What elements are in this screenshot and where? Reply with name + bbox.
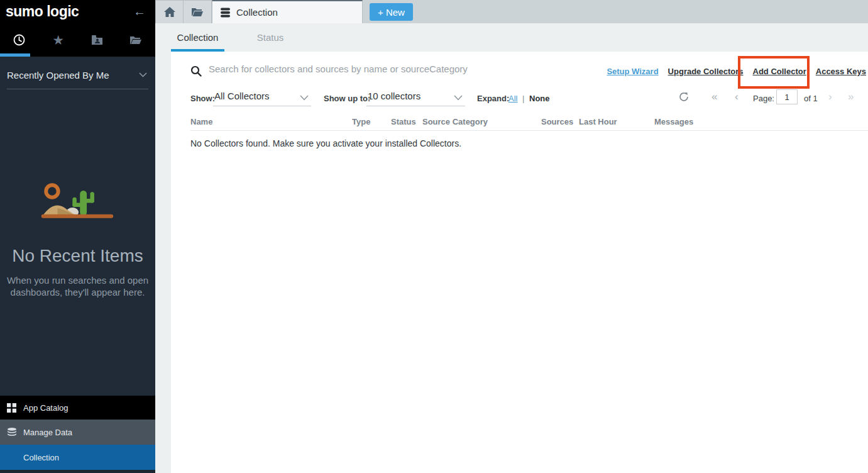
show-up-to-label: Show up to: [324, 94, 370, 103]
sidebar-item-label: Collection [23, 453, 59, 462]
collector-action-links: Setup Wizard Upgrade Collectors Add Coll… [607, 67, 866, 76]
sidebar-nav-next-item [0, 470, 155, 473]
show-up-to-dropdown-value: 10 collectors [366, 91, 420, 101]
add-collector-link[interactable]: Add Collector [753, 67, 806, 76]
clock-icon [13, 34, 25, 46]
add-collector-wrap: Add Collector [753, 67, 806, 76]
column-header-status[interactable]: Status [391, 117, 416, 126]
access-keys-link[interactable]: Access Keys [816, 67, 866, 76]
search-input[interactable] [209, 64, 561, 74]
sidebar-item-app-catalog[interactable]: App Catalog [0, 396, 155, 420]
column-header-messages[interactable]: Messages [654, 117, 693, 126]
collection-panel: Setup Wizard Upgrade Collectors Add Coll… [171, 52, 868, 473]
table-header-row: Name Type Status Source Category Sources… [190, 114, 868, 131]
column-header-name[interactable]: Name [190, 117, 212, 126]
tab-title: Collection [236, 7, 278, 18]
show-dropdown-value: All Collectors [213, 91, 270, 101]
library-tab-button[interactable] [184, 0, 212, 23]
top-tab-bar: Collection + New [155, 0, 868, 23]
column-header-type[interactable]: Type [352, 117, 370, 126]
sumo-logic-logo: sumo logic [6, 3, 79, 20]
sidebar-header: sumo logic ← [0, 0, 155, 23]
expand-none-link[interactable]: None [529, 94, 550, 103]
page-label: Page: [753, 94, 774, 103]
sidebar-item-label: Manage Data [23, 428, 72, 437]
expand-all-link[interactable]: All [508, 94, 517, 103]
collection-window-tab[interactable]: Collection [212, 0, 363, 23]
sidebar: sumo logic ← ★ [0, 0, 155, 473]
column-header-source-category[interactable]: Source Category [422, 117, 488, 126]
refresh-icon[interactable] [679, 92, 689, 102]
sub-tab-bar: Collection Status [155, 23, 868, 52]
last-page-icon[interactable]: » [848, 91, 854, 102]
chevron-down-icon [139, 72, 147, 77]
app-catalog-grid-icon [7, 403, 16, 413]
expand-label: Expand: [477, 94, 509, 103]
library-tab[interactable] [116, 23, 155, 57]
setup-wizard-link[interactable]: Setup Wizard [607, 67, 658, 76]
no-recent-items-text: When you run searches and open dashboard… [0, 274, 155, 298]
home-tab-button[interactable] [155, 0, 184, 23]
page-count-label: of 1 [804, 94, 818, 103]
favorites-tab[interactable]: ★ [39, 23, 78, 57]
first-page-icon[interactable]: « [711, 91, 717, 102]
new-button[interactable]: + New [370, 3, 413, 21]
shared-content-tab[interactable] [78, 23, 117, 57]
desert-illustration [0, 182, 155, 225]
upgrade-collectors-link[interactable]: Upgrade Collectors [668, 67, 744, 76]
recent-filter-label: Recently Opened By Me [7, 70, 109, 81]
empty-table-message: No Collectors found. Make sure you activ… [190, 138, 461, 148]
sidebar-item-manage-data[interactable]: Manage Data [0, 420, 155, 445]
sidebar-item-collection[interactable]: Collection [0, 445, 155, 470]
search-icon [190, 65, 202, 77]
chevron-down-icon [454, 95, 463, 101]
folder-open-icon [191, 8, 204, 17]
page-number-input[interactable] [776, 89, 798, 104]
prev-page-icon[interactable]: ‹ [735, 91, 739, 102]
main-area: Collection + New Collection Status Setup… [155, 0, 868, 473]
filter-toolbar: Show: All Collectors Show up to: 10 coll… [171, 87, 868, 112]
tab-collection[interactable]: Collection [171, 32, 224, 43]
column-header-sources[interactable]: Sources [541, 117, 573, 126]
show-label: Show: [190, 94, 215, 103]
star-icon: ★ [52, 33, 64, 47]
database-stack-icon [220, 8, 231, 18]
folder-icon [129, 35, 142, 45]
shared-folder-icon [91, 35, 103, 45]
no-recent-items-title: No Recent Items [0, 246, 155, 266]
recent-filter-dropdown[interactable]: Recently Opened By Me [7, 70, 148, 89]
show-up-to-dropdown[interactable]: 10 collectors [366, 91, 465, 106]
home-icon [164, 7, 175, 17]
active-tab-indicator [0, 53, 30, 57]
show-dropdown[interactable]: All Collectors [213, 91, 311, 106]
recents-tab[interactable] [0, 23, 39, 57]
next-page-icon[interactable]: › [828, 91, 832, 102]
column-header-last-hour[interactable]: Last Hour [579, 117, 617, 126]
app-window: sumo logic ← ★ [0, 0, 868, 473]
sidebar-empty-state: No Recent Items When you run searches an… [0, 182, 155, 298]
manage-data-database-icon [7, 428, 17, 437]
separator: | [522, 94, 524, 103]
sidebar-bottom-nav: App Catalog Manage Data Collection [0, 396, 155, 473]
tab-status[interactable]: Status [242, 32, 299, 43]
collapse-sidebar-icon[interactable]: ← [133, 4, 146, 19]
sidebar-icon-bar: ★ [0, 23, 155, 57]
sidebar-item-label: App Catalog [23, 403, 69, 413]
chevron-down-icon [300, 95, 309, 101]
